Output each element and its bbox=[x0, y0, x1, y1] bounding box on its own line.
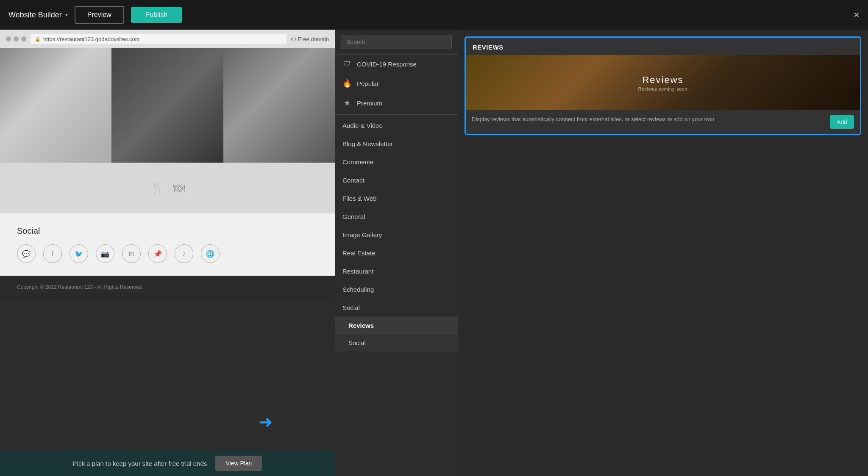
social-icon-web: 🌐 bbox=[201, 244, 220, 263]
close-button[interactable]: × bbox=[854, 9, 860, 21]
social-icon-linkedin: in bbox=[122, 244, 141, 263]
dot-2 bbox=[14, 36, 19, 42]
dot-1 bbox=[6, 36, 11, 42]
lock-icon: 🔒 bbox=[35, 36, 41, 42]
sidebar-item-files-web[interactable]: Files & Web bbox=[335, 189, 458, 208]
sidebar-item-covid[interactable]: 🛡 COVID-19 Response bbox=[335, 55, 458, 74]
sidebar-item-popular[interactable]: 🔥 Popular bbox=[335, 74, 458, 93]
preview-button[interactable]: Preview bbox=[75, 6, 124, 24]
sidebar-item-premium[interactable]: ★ Premium bbox=[335, 93, 458, 113]
brand-logo: Website Builder ▾ bbox=[8, 11, 68, 19]
blue-arrow: ➜ bbox=[259, 413, 273, 430]
popular-label: Popular bbox=[357, 80, 379, 87]
food-image-2 bbox=[111, 48, 223, 163]
toolbar: Website Builder ▾ Preview Publish × bbox=[0, 0, 868, 30]
publish-button[interactable]: Publish bbox=[131, 7, 182, 23]
site-middle-section: 🍴 🍽 bbox=[0, 163, 335, 213]
browser-dots bbox=[6, 36, 26, 42]
search-input[interactable] bbox=[341, 35, 452, 49]
domain-text: Free domain bbox=[298, 36, 329, 42]
brand-name: Website Builder bbox=[8, 11, 62, 19]
sidebar-item-image-gallery[interactable]: Image Gallery bbox=[335, 226, 458, 244]
site-content: 🍴 🍽 Social 💬 f 🐦 📷 in 📌 ♪ 🌐 Copyright © … bbox=[0, 48, 335, 451]
popular-icon: 🔥 bbox=[342, 79, 352, 88]
divider-1 bbox=[335, 114, 458, 115]
sidebar-subitem-social[interactable]: Social bbox=[335, 334, 458, 351]
social-icon-tiktok: ♪ bbox=[175, 244, 193, 263]
fork-knife-icon: 🍴 bbox=[150, 181, 165, 195]
knife-fork-icon: 🍽 bbox=[173, 181, 185, 195]
social-icon-twitter: 🐦 bbox=[70, 244, 88, 263]
bottom-bar: Pick a plan to keep your site after free… bbox=[0, 451, 335, 476]
sidebar-item-audio-video[interactable]: Audio & Video bbox=[335, 116, 458, 135]
copyright-text: Copyright © 2022 Restaurant 123 - All Ri… bbox=[17, 284, 143, 290]
site-footer: Copyright © 2022 Restaurant 123 - All Ri… bbox=[0, 276, 335, 299]
reviews-card-body: Display reviews that automatically conne… bbox=[466, 110, 860, 134]
covid-icon: 🛡 bbox=[342, 60, 352, 69]
sidebar-item-scheduling[interactable]: Scheduling bbox=[335, 280, 458, 299]
search-box bbox=[335, 30, 458, 55]
reviews-description: Display reviews that automatically conne… bbox=[472, 115, 825, 124]
sidebar-item-commerce[interactable]: Commerce bbox=[335, 153, 458, 171]
premium-icon: ★ bbox=[342, 98, 352, 108]
browser-chrome: 🔒 https://restaurant123.godaddysites.com… bbox=[0, 30, 335, 48]
reviews-card: REVIEWS Reviews Reviews coming soon Disp… bbox=[465, 36, 861, 135]
reviews-preview-text: Reviews bbox=[638, 74, 687, 87]
social-section: Social 💬 f 🐦 📷 in 📌 ♪ 🌐 bbox=[0, 213, 335, 276]
sidebar-item-blog-newsletter[interactable]: Blog & Newsletter bbox=[335, 135, 458, 153]
reviews-preview-sub: Reviews coming soon bbox=[638, 87, 687, 91]
special-categories: 🛡 COVID-19 Response 🔥 Popular ★ Premium bbox=[335, 55, 458, 113]
social-icon-facebook: f bbox=[43, 244, 62, 263]
covid-label: COVID-19 Response bbox=[357, 61, 417, 68]
add-reviews-button[interactable]: Add bbox=[830, 115, 854, 129]
dot-3 bbox=[21, 36, 26, 42]
reviews-preview-image: Reviews Reviews coming soon bbox=[466, 55, 860, 110]
url-text: https://restaurant123.godaddysites.com bbox=[43, 36, 140, 42]
free-domain-badge: 🏷 Free domain bbox=[291, 36, 329, 42]
premium-label: Premium bbox=[357, 100, 382, 107]
sidebar-subitem-reviews[interactable]: Reviews bbox=[335, 317, 458, 334]
social-icon-pinterest: 📌 bbox=[148, 244, 167, 263]
food-image-1 bbox=[0, 48, 111, 163]
view-plan-button[interactable]: View Plan bbox=[215, 456, 262, 471]
detail-panel: REVIEWS Reviews Reviews coming soon Disp… bbox=[458, 30, 868, 476]
social-icon-chat: 💬 bbox=[17, 244, 36, 263]
sidebar-item-real-estate[interactable]: Real Estate bbox=[335, 244, 458, 262]
food-image-3 bbox=[223, 48, 335, 163]
food-images bbox=[0, 48, 335, 163]
sidebar-item-restaurant[interactable]: Restaurant bbox=[335, 262, 458, 280]
social-icons-row: 💬 f 🐦 📷 in 📌 ♪ 🌐 bbox=[17, 244, 318, 263]
website-preview: 🔒 https://restaurant123.godaddysites.com… bbox=[0, 30, 335, 451]
domain-icon: 🏷 bbox=[291, 36, 296, 42]
brand-chevron[interactable]: ▾ bbox=[65, 12, 68, 18]
social-section-title: Social bbox=[17, 226, 318, 236]
trial-message: Pick a plan to keep your site after free… bbox=[73, 460, 207, 467]
sidebar-item-social[interactable]: Social bbox=[335, 299, 458, 317]
sidebar-item-contact[interactable]: Contact bbox=[335, 171, 458, 189]
browser-url-bar: 🔒 https://restaurant123.godaddysites.com bbox=[31, 34, 287, 44]
reviews-image-overlay: Reviews Reviews coming soon bbox=[466, 55, 860, 110]
sidebar-item-general[interactable]: General bbox=[335, 208, 458, 226]
sections-panel: 🛡 COVID-19 Response 🔥 Popular ★ Premium … bbox=[335, 30, 458, 476]
social-icon-instagram: 📷 bbox=[96, 244, 114, 263]
reviews-card-title: REVIEWS bbox=[466, 38, 860, 55]
